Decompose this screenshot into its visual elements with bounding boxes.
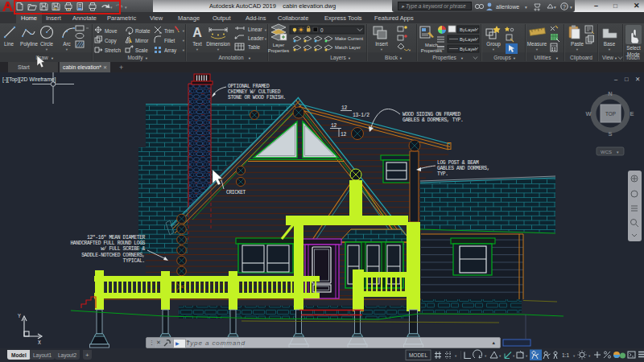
svg-text:Select: Select: [626, 45, 641, 51]
svg-text:▾: ▾: [183, 48, 185, 52]
svg-text:ByLayer: ByLayer: [460, 37, 477, 42]
svg-text:▾: ▾: [609, 47, 611, 51]
svg-text:Clipboard: Clipboard: [570, 55, 592, 61]
svg-text:▾: ▾: [525, 5, 527, 10]
svg-text:1:1: 1:1: [562, 352, 569, 358]
svg-text:12: 12: [341, 132, 346, 138]
svg-text:Block: Block: [385, 55, 398, 60]
svg-text:12: 12: [341, 105, 347, 111]
svg-text:▾: ▾: [573, 354, 576, 358]
svg-text:▾: ▾: [183, 39, 185, 43]
svg-text:Y: Y: [18, 314, 21, 319]
svg-text:Utilities: Utilities: [535, 55, 552, 60]
svg-text:Circle: Circle: [40, 41, 54, 47]
svg-text:Properties: Properties: [268, 48, 290, 53]
svg-text:Match: Match: [425, 43, 438, 47]
svg-text:Move: Move: [105, 28, 118, 34]
svg-text:?: ?: [563, 4, 566, 10]
svg-text:▾: ▾: [536, 47, 539, 51]
svg-text:ByLayer: ByLayer: [460, 47, 477, 51]
svg-text:▾: ▾: [125, 5, 127, 10]
svg-text:▾: ▾: [485, 354, 487, 358]
svg-text:Fillet: Fillet: [164, 38, 175, 43]
svg-text:□: □: [625, 76, 629, 83]
svg-text:Modify: Modify: [127, 55, 143, 61]
svg-text:▾: ▾: [513, 354, 515, 358]
svg-text:13-1/2: 13-1/2: [353, 113, 369, 118]
svg-text:▾: ▾: [381, 47, 383, 51]
svg-text:Touch: Touch: [625, 55, 640, 60]
svg-text:Scale: Scale: [135, 47, 148, 53]
svg-text:Trim: Trim: [164, 28, 174, 34]
svg-text:Measure: Measure: [527, 41, 547, 47]
svg-text:Stretch: Stretch: [105, 47, 121, 53]
svg-text:12: 12: [331, 123, 336, 129]
svg-text:Layer: Layer: [273, 43, 285, 47]
svg-text:Arc: Arc: [63, 41, 70, 47]
svg-text:Polyline: Polyline: [20, 41, 39, 47]
svg-text:▾: ▾: [588, 354, 591, 358]
svg-text:Dimension: Dimension: [206, 41, 230, 47]
svg-text:▾: ▾: [570, 5, 572, 10]
svg-text:▾: ▾: [183, 29, 185, 33]
svg-text:Properties: Properties: [432, 55, 456, 61]
svg-text:▾: ▾: [576, 47, 579, 51]
svg-text:A: A: [192, 26, 202, 39]
svg-text:WCS: WCS: [601, 150, 612, 154]
svg-text:Mirror: Mirror: [135, 38, 148, 43]
svg-text:✕: ✕: [635, 76, 640, 83]
svg-text:Rotate: Rotate: [135, 28, 151, 34]
svg-text:View: View: [602, 55, 613, 60]
svg-text:Insert: Insert: [375, 41, 388, 47]
svg-text:ByLayer: ByLayer: [460, 27, 477, 32]
svg-text:Match Layer: Match Layer: [335, 45, 361, 50]
svg-text:E: E: [630, 110, 634, 117]
svg-text:W: W: [585, 110, 592, 117]
svg-text:Copy: Copy: [105, 38, 118, 44]
svg-text:[-][Top][2D Wireframe]: [-][Top][2D Wireframe]: [2, 76, 56, 83]
svg-text:Annotation: Annotation: [218, 55, 243, 60]
svg-text:▾: ▾: [66, 47, 68, 51]
svg-text:WOOD SIDING ON FRAMEDGABLES &: WOOD SIDING ON FRAMEDGABLES & DORMERS, T…: [402, 112, 463, 123]
svg-text:MODEL: MODEL: [409, 352, 428, 358]
svg-text:Text: Text: [192, 41, 202, 47]
svg-text:▾: ▾: [46, 47, 48, 51]
svg-text:0: 0: [320, 27, 324, 33]
svg-text:▾: ▾: [493, 47, 495, 51]
svg-text:Layers: Layers: [330, 55, 346, 61]
svg-text:▾: ▾: [554, 5, 556, 10]
svg-text:N: N: [608, 90, 612, 97]
svg-text:Make Current: Make Current: [335, 36, 364, 41]
svg-text:Paste: Paste: [571, 41, 584, 47]
svg-text:X: X: [38, 340, 41, 346]
svg-text:▾: ▾: [265, 37, 267, 41]
svg-text:▾: ▾: [409, 48, 411, 52]
svg-text:S: S: [608, 130, 612, 138]
svg-text:▾: ▾: [217, 47, 220, 51]
svg-text:▾: ▾: [265, 28, 267, 32]
svg-text:▾: ▾: [455, 354, 457, 358]
svg-text:TOP: TOP: [605, 111, 616, 117]
svg-text:Groups: Groups: [493, 55, 511, 61]
svg-text:Array: Array: [164, 47, 177, 54]
svg-text:Leader: Leader: [248, 35, 264, 41]
svg-text:▾: ▾: [499, 354, 502, 358]
svg-text:▾: ▾: [526, 354, 528, 358]
svg-text:CRICKET: CRICKET: [226, 190, 246, 195]
svg-text:Properties: Properties: [421, 48, 443, 53]
svg-text:Group: Group: [486, 41, 501, 47]
svg-text:Linear: Linear: [248, 27, 262, 32]
svg-text:Base: Base: [604, 41, 616, 47]
svg-text:Line: Line: [4, 41, 14, 47]
svg-text:Table: Table: [248, 44, 261, 50]
svg-text:▾: ▾: [196, 47, 199, 51]
svg-text:allenlowe: allenlowe: [496, 4, 519, 10]
